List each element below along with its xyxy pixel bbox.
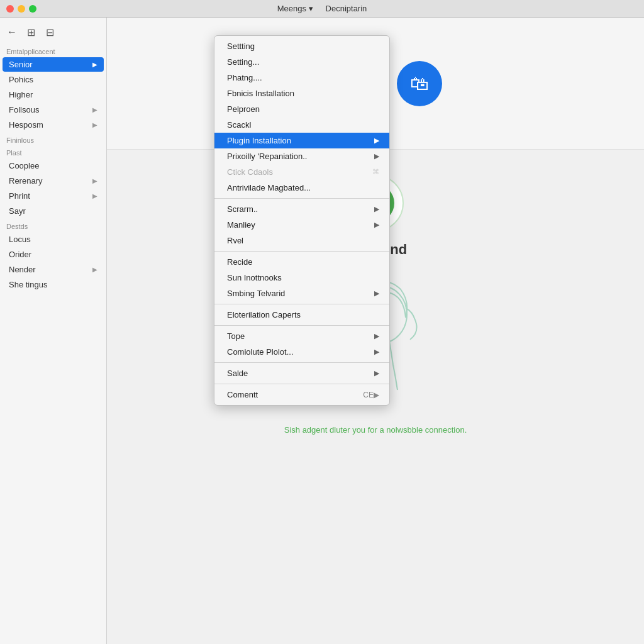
sidebar-item-higher[interactable]: Higher [3, 87, 104, 102]
menu-item-smbing[interactable]: Smbing Telvarid ▶ [214, 286, 389, 301]
sidebar-item-hesposm[interactable]: Hesposm ▶ [3, 118, 104, 132]
sidebar-item-sayr[interactable]: Sayr [3, 204, 104, 218]
menu-item-settting[interactable]: Settting [214, 38, 389, 54]
bag-icon: 🛍 [410, 73, 429, 94]
menu-item-antrivilade[interactable]: Antrivilade Magbated... [214, 180, 389, 196]
section-fininlous: Fininlous [0, 133, 106, 145]
app-container: ← ⊞ ⊟ Emtalpplicacent Senior ▶ Pohics Hi… [0, 18, 644, 644]
sidebar: ← ⊞ ⊟ Emtalpplicacent Senior ▶ Pohics Hi… [0, 18, 107, 644]
connection-text: Sish adgent dluter you for a nolwsbble c… [284, 425, 467, 435]
submenu-arrow-icon: ▶ [374, 289, 379, 297]
arrow-icon: ▶ [92, 177, 97, 184]
arrow-icon: ▶ [92, 106, 97, 113]
menu-item-recide[interactable]: Recide [214, 254, 389, 270]
submenu-arrow-icon: ▶ [374, 152, 379, 160]
sidebar-item-cooplee[interactable]: Cooplee [3, 158, 104, 173]
back-icon[interactable]: ← [5, 25, 19, 39]
menu-separator [214, 325, 389, 326]
arrow-icon: ▶ [92, 266, 97, 273]
shortcut-label: CE▶ [363, 391, 379, 399]
sidebar-item-nender[interactable]: Nender ▶ [3, 262, 104, 277]
traffic-lights [0, 5, 36, 13]
menu-item-fbnicis[interactable]: Fbnicis Installation [214, 86, 389, 101]
sidebar-item-follsous[interactable]: Follsous ▶ [3, 103, 104, 117]
section-plast: Plast [0, 145, 106, 158]
menu-item-ctick: Ctick Cdaols ⌘ [214, 164, 389, 180]
menu-item-tope[interactable]: Tope ▶ [214, 328, 389, 344]
maximize-button[interactable] [29, 5, 36, 13]
arrow-icon: ▶ [92, 61, 97, 68]
submenu-arrow-icon: ▶ [374, 332, 379, 340]
grid-icon[interactable]: ⊞ [24, 25, 38, 39]
menu-item-scrarm[interactable]: Scrarm.. ▶ [214, 201, 389, 217]
sidebar-item-rerenary[interactable]: Rerenary ▶ [3, 174, 104, 188]
store-icon: 🛍 [397, 61, 442, 106]
sidebar-item-pohics[interactable]: Pohics [3, 72, 104, 87]
menu-item-scackl[interactable]: Scackl [214, 117, 389, 133]
main-content: •••→ 🛍 + Sheefond [107, 18, 644, 644]
section-destds: Destds [0, 219, 106, 231]
menu-item-salde[interactable]: Salde ▶ [214, 365, 389, 381]
menu-decniptarin[interactable]: Decniptarin [326, 4, 367, 13]
submenu-arrow-icon: ▶ [374, 205, 379, 213]
arrow-icon: ▶ [92, 121, 97, 128]
minimize-button[interactable] [18, 5, 25, 13]
sidebar-item-phrint[interactable]: Phrint ▶ [3, 189, 104, 203]
submenu-arrow-icon: ▶ [374, 136, 379, 145]
menu-item-manliey[interactable]: Manliey ▶ [214, 217, 389, 233]
sidebar-item-senior[interactable]: Senior ▶ [3, 57, 104, 72]
menu-item-prixoilly[interactable]: Prixoilly 'Repaniation.. ▶ [214, 148, 389, 164]
menu-item-rvel[interactable]: Rvel [214, 233, 389, 248]
menu-item-setting[interactable]: Setting... [214, 54, 389, 70]
sidebar-item-orider[interactable]: Orider [3, 247, 104, 262]
menu-item-comentt[interactable]: Comentt CE▶ [214, 387, 389, 402]
menu-item-pelproen[interactable]: Pelproen [214, 101, 389, 117]
submenu-arrow-icon: ▶ [374, 221, 379, 229]
titlebar: Meengs ▾ Decniptarin [0, 0, 644, 18]
section-emtalpplicacent: Emtalpplicacent [0, 44, 106, 57]
menu-item-eloterilation[interactable]: Eloterilation Caperts [214, 307, 389, 323]
submenu-arrow-icon: ⌘ [372, 168, 379, 176]
submenu-arrow-icon: ▶ [374, 369, 379, 377]
menu-separator [214, 251, 389, 252]
menu-item-sun-inottnooks[interactable]: Sun Inottnooks [214, 270, 389, 286]
menu-item-phatng[interactable]: Phatng.... [214, 70, 389, 86]
menu-separator [214, 304, 389, 304]
menu-separator [214, 362, 389, 363]
sidebar-toolbar: ← ⊞ ⊟ [0, 23, 106, 44]
titlebar-menu: Meengs ▾ Decniptarin [277, 4, 367, 13]
badge-icon[interactable]: ⊟ [43, 25, 57, 39]
arrow-icon: ▶ [92, 192, 97, 199]
close-button[interactable] [6, 5, 14, 13]
menu-separator [214, 198, 389, 199]
sidebar-item-she-tingus[interactable]: She tingus [3, 277, 104, 292]
menu-item-plugin-installation[interactable]: Plugin Installation ▶ [214, 133, 389, 148]
menu-item-comiolute[interactable]: Comiolute Plolot... ▶ [214, 344, 389, 360]
menu-meengs[interactable]: Meengs ▾ [277, 4, 313, 13]
menu-separator [214, 384, 389, 384]
submenu-arrow-icon: ▶ [374, 348, 379, 356]
sidebar-item-locus[interactable]: Locus [3, 232, 104, 247]
main-dropdown-menu[interactable]: Settting Setting... Phatng.... Fbnicis I… [214, 35, 390, 406]
